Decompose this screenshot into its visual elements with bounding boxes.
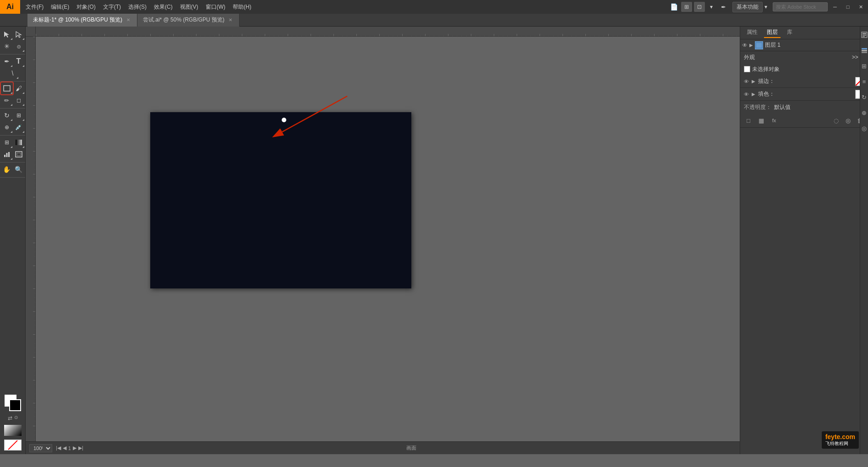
layer-visibility-eye[interactable]: 👁 [742,42,748,49]
gradient-tool[interactable] [13,136,25,148]
type-tool[interactable]: T [13,55,25,67]
close-button[interactable]: ✕ [855,2,866,12]
layers-panel-icon[interactable] [861,44,868,57]
menu-window[interactable]: 窗口(W) [202,0,229,14]
stock-search-input[interactable] [773,2,828,11]
menu-view[interactable]: 视图(V) [176,0,202,14]
blend-tool[interactable]: ⊕ [1,121,13,133]
eyedropper-tool[interactable]: 💉 [13,121,25,133]
page-number: 1 [68,445,71,451]
rect-tool[interactable] [1,82,13,94]
maximize-button[interactable]: □ [842,2,853,12]
tab-try[interactable]: 尝试.ai* @ 50% (RGB/GPU 预览) ✕ [137,14,240,27]
menu-help[interactable]: 帮助(H) [229,0,255,14]
direct-selection-tool[interactable] [13,28,25,40]
ruler-vertical [26,37,36,444]
color-swatches: ⇄ ⊙ [4,395,22,454]
minimize-button[interactable]: ─ [830,2,841,12]
menu-object[interactable]: 对象(O) [73,0,99,14]
workspace-button[interactable]: 基本功能 [732,2,763,12]
tab-layers[interactable]: 图层 [764,27,781,38]
page-last-btn[interactable]: ▶| [78,445,83,451]
canvas-area[interactable]: 100% 50% 200% |◀ ◀ 1 ▶ ▶| 画面 [26,27,740,454]
opacity-value[interactable]: 默认值 [774,103,791,111]
watermark: feyte.com 飞特教程网 [822,431,859,449]
swap-colors-icon[interactable]: ⇄ [8,415,12,421]
fill-stroke-panel-icon[interactable]: ⊞ [861,60,868,72]
tab-properties[interactable]: 属性 [744,27,760,38]
arrange-icon[interactable]: ⊞ [681,2,692,12]
fx-icon[interactable]: fx [770,116,779,125]
magic-wand-tool[interactable]: ✳ [1,40,13,52]
pen-tool[interactable]: ✒ [1,55,13,67]
tab-untitled-label: 未标题-1* @ 100% (RGB/GPU 预览) [33,16,122,24]
stroke-fill-icon[interactable]: ▦ [757,116,766,125]
none-swatch[interactable] [4,440,22,451]
align-panel-icon[interactable]: ≡ [861,75,868,88]
tab-try-close[interactable]: ✕ [227,17,234,23]
symbols-panel-icon[interactable]: ◎ [861,122,868,135]
fill-expand-arrow[interactable]: ▶ [752,92,755,97]
rotate-tool[interactable]: ↻ [1,109,13,121]
chart-tool[interactable] [1,148,13,160]
gradient-swatch[interactable] [4,425,22,436]
appearance-bottom: □ ▦ fx ◌ ◎ 🗑 [740,114,868,127]
svg-rect-1 [16,140,22,145]
panel-tabs: 属性 图层 库 [740,27,868,39]
feather-icon[interactable]: ✒ [718,2,729,12]
menu-text[interactable]: 文字(T) [99,0,125,14]
svg-rect-4 [8,152,10,157]
tab-untitled-close[interactable]: ✕ [125,17,131,23]
hand-tool[interactable]: ✋ [1,163,13,175]
menu-file[interactable]: 文件(F) [22,0,47,14]
page-navigation: |◀ ◀ 1 ▶ ▶| [56,445,83,451]
lasso-tool[interactable]: ⌾ [13,40,25,52]
clear-icon[interactable]: ◌ [831,116,841,125]
default-colors-icon[interactable]: ⊙ [14,415,18,421]
page-next-btn[interactable]: ▶ [73,445,76,451]
background-swatch[interactable] [9,399,21,411]
fill-row: 👁 ▶ 填色： [740,88,868,101]
fill-label: 填色： [758,90,852,98]
stroke-row: 👁 ▶ 描边： [740,75,868,88]
arrow-icon[interactable]: ▾ [707,2,716,12]
page-first-btn[interactable]: |◀ [56,445,61,451]
status-bar: 100% 50% 200% |◀ ◀ 1 ▶ ▶| 画面 [26,441,740,454]
artboard-tool[interactable] [13,148,25,160]
new-doc-icon[interactable]: 📄 [668,2,679,12]
stroke-visibility-eye[interactable]: 👁 [744,79,749,84]
tab-libraries[interactable]: 库 [784,27,795,38]
mesh-tool[interactable]: ⊞ [1,136,13,148]
tab-untitled[interactable]: 未标题-1* @ 100% (RGB/GPU 预览) ✕ [27,14,137,27]
zoom-select[interactable]: 100% 50% 200% [29,444,52,452]
menu-select[interactable]: 选择(S) [125,0,150,14]
menu-edit[interactable]: 编辑(E) [47,0,73,14]
layer-expand-arrow[interactable]: ▶ [749,43,753,48]
selection-tool[interactable] [1,28,13,40]
workspace-arrow[interactable]: ▾ [764,4,767,10]
panel-expand-btn[interactable]: >> [852,54,858,60]
menu-effect[interactable]: 效果(C) [150,0,176,14]
width-tool[interactable]: ⊞ [13,109,25,121]
pencil-tool[interactable]: ✏ [1,94,13,106]
paintbrush-tool[interactable]: 🖌 [13,82,25,94]
ai-logo: Ai [0,0,20,14]
grid-icon[interactable]: ⊡ [694,2,705,12]
pathfinder-panel-icon[interactable]: ⊕ [861,106,868,119]
stroke-expand-arrow[interactable]: ▶ [752,79,755,84]
line-tool[interactable]: \ [7,67,19,79]
properties-panel-icon[interactable] [861,28,868,41]
right-panels: 属性 图层 库 👁 ▶ 图层 1 ◌ 外观 >> ||| [740,27,868,454]
add-item-icon[interactable]: □ [744,116,753,125]
svg-rect-2 [4,155,5,157]
artboard-container [36,37,740,444]
duplicate-icon[interactable]: ◎ [843,116,852,125]
page-prev-btn[interactable]: ◀ [63,445,66,451]
fill-visibility-eye[interactable]: 👁 [744,92,749,97]
transform-panel-icon[interactable]: ↻ [861,91,868,103]
appearance-object-row: 未选择对象 [740,63,868,75]
zoom-tool[interactable]: 🔍 [13,163,25,175]
layer-name[interactable]: 图层 1 [765,41,860,49]
artboard[interactable] [150,112,411,288]
eraser-tool[interactable]: ◻ [13,94,25,106]
